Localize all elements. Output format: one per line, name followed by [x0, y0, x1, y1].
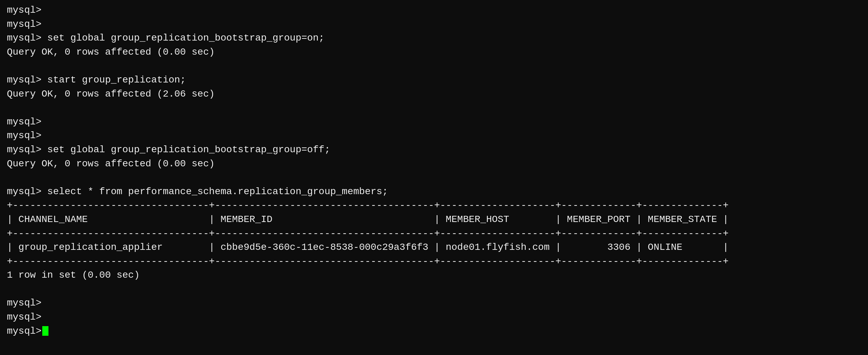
terminal-line-3: mysql> set global group_replication_boot… [7, 31, 861, 45]
terminal-window: mysql> mysql> mysql> set global group_re… [7, 3, 861, 338]
terminal-line-12: mysql> [7, 296, 861, 310]
result-summary: 1 row in set (0.00 sec) [7, 268, 861, 282]
table-mid-border: +----------------------------------+----… [7, 227, 861, 241]
terminal-line-9: mysql> set global group_replication_boot… [7, 143, 861, 157]
terminal-line-2: mysql> [7, 18, 861, 32]
terminal-line-14[interactable]: mysql> [7, 324, 861, 339]
terminal-line-10: Query OK, 0 rows affected (0.00 sec) [7, 157, 861, 171]
terminal-line-8: mysql> [7, 129, 861, 143]
terminal-cursor [42, 326, 48, 336]
table-bottom-border: +----------------------------------+----… [7, 255, 861, 269]
terminal-line-6: Query OK, 0 rows affected (2.06 sec) [7, 87, 861, 101]
terminal-empty-1 [7, 59, 861, 73]
terminal-empty-3 [7, 171, 861, 185]
terminal-line-11: mysql> select * from performance_schema.… [7, 185, 861, 199]
terminal-line-13: mysql> [7, 310, 861, 324]
terminal-line-4: Query OK, 0 rows affected (0.00 sec) [7, 45, 861, 59]
terminal-line-7: mysql> [7, 115, 861, 129]
terminal-empty-2 [7, 101, 861, 115]
table-header-row: | CHANNEL_NAME | MEMBER_ID | MEMBER_HOST… [7, 213, 861, 227]
table-data-row: | group_replication_applier | cbbe9d5e-3… [7, 241, 861, 255]
terminal-line-1: mysql> [7, 3, 861, 18]
table-top-border: +----------------------------------+----… [7, 199, 861, 213]
terminal-line-5: mysql> start group_replication; [7, 73, 861, 87]
terminal-empty-4 [7, 282, 861, 297]
